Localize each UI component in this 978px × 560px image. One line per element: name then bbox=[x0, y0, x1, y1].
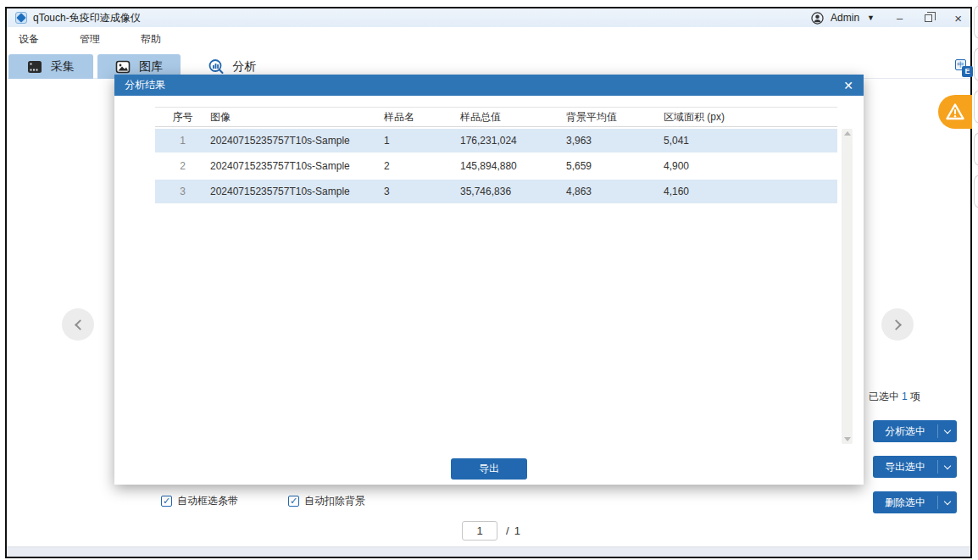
results-table: 序号 图像 样品名 样品总值 背景平均值 区域面积 (px) 1 2024071… bbox=[155, 107, 837, 203]
chevron-right-icon bbox=[891, 319, 902, 330]
checkbox-auto-frame-label: 自动框选条带 bbox=[177, 494, 238, 508]
warning-triangle-icon bbox=[945, 103, 965, 121]
page-number-input[interactable] bbox=[462, 521, 497, 541]
dialog-title: 分析结果 bbox=[125, 78, 165, 92]
analyze-selected-dropdown[interactable] bbox=[938, 430, 957, 433]
restore-button[interactable] bbox=[925, 14, 932, 22]
minimize-button[interactable]: – bbox=[897, 13, 903, 24]
statusbar bbox=[7, 546, 970, 557]
dialog-header: 分析结果 ✕ bbox=[114, 75, 864, 96]
table-row[interactable]: 3 20240715235757T10s-Sample 3 35,746,836… bbox=[155, 180, 837, 203]
tab-capture[interactable]: 采集 bbox=[8, 54, 93, 79]
app-window: qTouch-免疫印迹成像仪 Admin ▼ – × 设备 管理 bbox=[5, 7, 972, 558]
checkbox-auto-subtract-bg[interactable]: ✓ 自动扣除背景 bbox=[288, 494, 365, 508]
warning-badge[interactable] bbox=[938, 95, 972, 129]
chevron-left-icon bbox=[75, 319, 86, 330]
edge-card bbox=[974, 132, 978, 166]
edge-card bbox=[974, 47, 978, 81]
capture-icon bbox=[27, 59, 42, 75]
prev-image-button[interactable] bbox=[62, 308, 94, 341]
next-image-button[interactable] bbox=[881, 308, 914, 341]
menu-manage[interactable]: 管理 bbox=[68, 32, 112, 47]
close-button[interactable]: × bbox=[954, 12, 962, 25]
export-button[interactable]: 导出 bbox=[451, 458, 527, 480]
checkbox-checked-icon: ✓ bbox=[161, 496, 172, 507]
language-en-glyph: E bbox=[962, 66, 973, 77]
checkbox-auto-frame[interactable]: ✓ 自动框选条带 bbox=[161, 494, 238, 508]
col-image: 图像 bbox=[210, 110, 384, 125]
table-header-row: 序号 图像 样品名 样品总值 背景平均值 区域面积 (px) bbox=[155, 107, 837, 127]
menubar: 设备 管理 帮助 bbox=[7, 27, 970, 51]
col-index: 序号 bbox=[155, 110, 210, 125]
tab-capture-label: 采集 bbox=[51, 59, 75, 75]
selected-count-value: 1 bbox=[902, 391, 908, 402]
user-avatar-icon bbox=[811, 12, 824, 25]
gallery-icon bbox=[115, 59, 131, 75]
menu-help[interactable]: 帮助 bbox=[129, 32, 173, 47]
col-sample-total: 样品总值 bbox=[460, 110, 566, 125]
tab-gallery-label: 图库 bbox=[139, 59, 163, 75]
pagination: / 1 bbox=[462, 521, 520, 541]
scroll-down-icon[interactable] bbox=[844, 437, 851, 441]
edge-card bbox=[974, 5, 978, 39]
screen: qTouch-免疫印迹成像仪 Admin ▼ – × 设备 管理 bbox=[0, 0, 978, 560]
user-dropdown-icon[interactable]: ▼ bbox=[867, 14, 875, 22]
scroll-up-icon[interactable] bbox=[844, 131, 851, 136]
chevron-down-icon bbox=[944, 462, 951, 469]
delete-selected-dropdown[interactable] bbox=[938, 502, 957, 504]
delete-selected-button[interactable]: 删除选中 bbox=[873, 491, 957, 513]
edge-card bbox=[974, 90, 978, 124]
col-area: 区域面积 (px) bbox=[664, 110, 837, 125]
menu-device[interactable]: 设备 bbox=[7, 32, 51, 47]
chevron-down-icon bbox=[944, 497, 951, 504]
analysis-results-dialog: 分析结果 ✕ 序号 图像 样品名 样品总值 背景平均值 区域面积 (px) 1 … bbox=[114, 75, 864, 485]
selected-count-text: 已选中1项 bbox=[869, 390, 920, 404]
checkbox-checked-icon: ✓ bbox=[288, 496, 299, 507]
page-separator: / bbox=[506, 524, 509, 537]
chevron-down-icon bbox=[944, 426, 951, 433]
titlebar: qTouch-免疫印迹成像仪 Admin ▼ – × bbox=[7, 8, 970, 27]
user-menu[interactable]: Admin bbox=[831, 12, 859, 24]
tab-analysis-label: 分析 bbox=[233, 59, 257, 75]
page-total: 1 bbox=[514, 524, 520, 537]
dialog-scrollbar[interactable] bbox=[842, 129, 853, 444]
table-row[interactable]: 2 20240715235757T10s-Sample 2 145,894,88… bbox=[155, 154, 837, 178]
app-logo-icon bbox=[15, 12, 27, 24]
export-selected-button[interactable]: 导出选中 bbox=[873, 456, 957, 478]
app-title: qTouch-免疫印迹成像仪 bbox=[33, 11, 141, 25]
analyze-selected-button[interactable]: 分析选中 bbox=[873, 420, 957, 442]
export-selected-dropdown[interactable] bbox=[938, 466, 957, 469]
edge-card bbox=[974, 175, 978, 208]
dialog-close-icon[interactable]: ✕ bbox=[843, 80, 853, 91]
col-sample-name: 样品名 bbox=[384, 110, 460, 125]
language-switch-icon[interactable]: 中 E bbox=[955, 59, 974, 78]
col-bg-avg: 背景平均值 bbox=[566, 110, 664, 125]
table-row[interactable]: 1 20240715235757T10s-Sample 1 176,231,02… bbox=[155, 129, 837, 152]
analysis-icon bbox=[208, 58, 225, 75]
checkbox-auto-subtract-bg-label: 自动扣除背景 bbox=[304, 494, 365, 508]
